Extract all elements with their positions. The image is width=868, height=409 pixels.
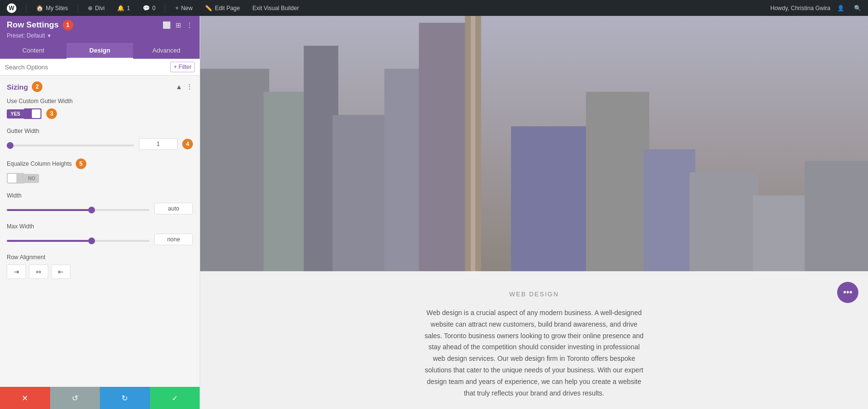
notification-icon: 🔔 <box>117 5 124 12</box>
exit-builder-button[interactable]: Exit Visual Builder <box>249 0 302 16</box>
cancel-button[interactable]: ✕ <box>0 387 50 409</box>
redo-button[interactable]: ↻ <box>100 387 150 409</box>
top-bar-left: W 🏠 My Sites ⊕ Divi 🔔 1 💬 0 + New ✏️ Edi… <box>4 0 764 16</box>
sizing-title: Sizing <box>7 83 28 91</box>
new-label: New <box>181 5 192 12</box>
skyline-svg <box>200 16 868 271</box>
columns-icon[interactable]: ⊞ <box>176 21 181 29</box>
bottom-toolbar: ✕ ↺ ↻ ✓ <box>0 387 200 409</box>
sizing-section-header: Sizing 2 ▲ ⋮ <box>7 81 193 92</box>
dots-icon: ••• <box>843 288 853 298</box>
exit-label: Exit Visual Builder <box>252 5 299 12</box>
svg-rect-17 <box>753 195 810 271</box>
gutter-width-slider[interactable] <box>7 145 134 146</box>
svg-rect-7 <box>384 69 425 271</box>
alignment-buttons: ⇥ ⇔ ⇤ <box>7 264 193 279</box>
align-left-button[interactable]: ⇥ <box>7 264 26 279</box>
custom-gutter-toggle[interactable]: YES <box>7 108 41 119</box>
width-slider[interactable] <box>7 209 149 211</box>
edit-page-button[interactable]: ✏️ Edit Page <box>202 0 243 16</box>
svg-rect-16 <box>690 172 759 271</box>
panel-title: Row Settings <box>7 20 59 30</box>
preset-label: Preset: Default <box>7 32 45 39</box>
page-preview: WEB DESIGN Web design is a crucial aspec… <box>200 16 868 409</box>
svg-rect-14 <box>586 92 649 271</box>
section-collapse-icon[interactable]: ▲ <box>176 83 182 91</box>
preset-dropdown-icon[interactable]: ▾ <box>48 32 51 39</box>
more-icon[interactable]: ⋮ <box>186 21 193 29</box>
custom-gutter-field: Use Custom Gutter Width YES 3 <box>7 98 193 119</box>
gutter-slider-row: 4 <box>7 138 193 150</box>
svg-rect-4 <box>263 92 310 271</box>
tab-content[interactable]: Content <box>0 43 67 59</box>
divi-label: Divi <box>95 5 105 12</box>
edit-icon: ✏️ <box>205 5 212 12</box>
max-width-slider[interactable] <box>7 240 149 242</box>
search-icon: 🔍 <box>854 5 861 12</box>
tab-design[interactable]: Design <box>67 43 133 59</box>
max-width-label: Max Width <box>7 223 193 230</box>
align-right-button[interactable]: ⇤ <box>51 264 70 279</box>
max-width-input[interactable] <box>154 234 193 245</box>
panel-body[interactable]: Sizing 2 ▲ ⋮ Use Custom Gutter Width YES <box>0 76 200 387</box>
max-width-slider-row <box>7 234 193 245</box>
equalize-toggle[interactable]: NO <box>7 173 193 184</box>
svg-rect-15 <box>643 149 695 271</box>
web-design-title: WEB DESIGN <box>509 290 559 298</box>
notification-button[interactable]: 🔔 1 <box>114 0 133 16</box>
save-button[interactable]: ✓ <box>150 387 200 409</box>
search-top-button[interactable]: 🔍 <box>851 0 864 16</box>
divi-button[interactable]: ⊕ Divi <box>85 0 108 16</box>
filter-label: + Filter <box>174 64 191 70</box>
gutter-width-input[interactable] <box>139 138 177 150</box>
comments-button[interactable]: 💬 0 <box>140 0 159 16</box>
section-menu-icon[interactable]: ⋮ <box>186 83 193 91</box>
undo-button[interactable]: ↺ <box>50 387 100 409</box>
equalize-field: Equalize Column Heights 5 NO <box>7 158 193 184</box>
my-sites-button[interactable]: 🏠 My Sites <box>33 0 71 16</box>
top-bar-right: Howdy, Christina Gwira 👤 🔍 <box>771 0 864 16</box>
align-right-icon: ⇤ <box>58 268 64 276</box>
svg-rect-12 <box>471 16 475 271</box>
width-field: Width <box>7 192 193 214</box>
svg-rect-8 <box>419 23 471 271</box>
comment-count: 0 <box>152 5 156 12</box>
separator-3 <box>165 4 165 12</box>
equalize-label: Equalize Column Heights 5 <box>7 158 193 169</box>
svg-rect-6 <box>333 115 390 271</box>
user-avatar[interactable]: 👤 <box>834 0 847 16</box>
web-design-content: WEB DESIGN Web design is a crucial aspec… <box>200 271 868 409</box>
panel-tabs: Content Design Advanced <box>0 43 200 59</box>
step-badge-1: 1 <box>63 20 73 30</box>
panel-header-icons: ⬜ ⊞ ⋮ <box>163 21 193 29</box>
svg-rect-18 <box>805 161 868 271</box>
toggle-no-track[interactable] <box>7 173 24 184</box>
wp-logo-button[interactable]: W <box>4 0 19 16</box>
gutter-width-field: Gutter Width 4 <box>7 128 193 150</box>
web-design-body: Web design is a crucial aspect of any mo… <box>423 307 645 399</box>
comment-icon: 💬 <box>143 5 150 12</box>
row-alignment-label: Row Alignment <box>7 254 193 261</box>
floating-menu-button[interactable]: ••• <box>837 282 858 303</box>
align-center-button[interactable]: ⇔ <box>29 264 48 279</box>
step-badge-3: 3 <box>46 108 57 119</box>
top-bar: W 🏠 My Sites ⊕ Divi 🔔 1 💬 0 + New ✏️ Edi… <box>0 0 868 16</box>
hero-section <box>200 16 868 271</box>
search-options-input[interactable] <box>5 64 166 71</box>
expand-icon[interactable]: ⬜ <box>163 21 171 29</box>
new-button[interactable]: + New <box>172 0 195 16</box>
width-input[interactable] <box>154 203 193 214</box>
tab-advanced[interactable]: Advanced <box>133 43 200 59</box>
main-area: Row Settings 1 ⬜ ⊞ ⋮ Preset: Default ▾ C… <box>0 16 868 409</box>
my-sites-label: My Sites <box>46 5 68 12</box>
skyline-container <box>200 16 868 271</box>
toggle-track[interactable] <box>24 108 41 119</box>
filter-button[interactable]: + Filter <box>170 62 195 72</box>
panel-header: Row Settings 1 ⬜ ⊞ ⋮ Preset: Default ▾ <box>0 16 200 43</box>
plus-icon: + <box>175 5 178 12</box>
toggle-thumb <box>32 109 41 118</box>
toggle-no-label: NO <box>24 174 39 183</box>
step-badge-2: 2 <box>32 81 42 92</box>
custom-gutter-label: Use Custom Gutter Width <box>7 98 193 105</box>
max-width-field: Max Width <box>7 223 193 245</box>
